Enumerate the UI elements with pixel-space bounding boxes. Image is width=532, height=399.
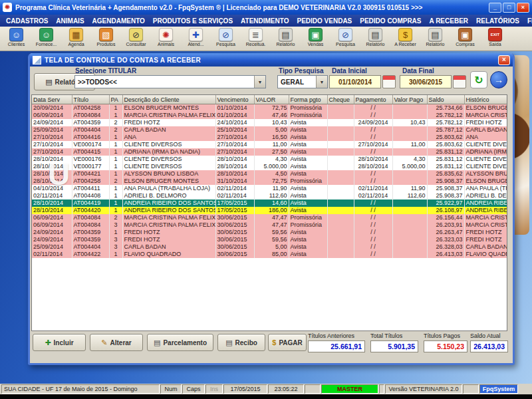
- toolbar-button-clientes[interactable]: ☺Clientes: [1, 27, 31, 49]
- grid-row[interactable]: 28/10/2014AT0044211ALYSSON BRUNO LISBOA2…: [32, 170, 507, 178]
- toolbar-button-consultar[interactable]: ⊘Consultar: [121, 27, 151, 49]
- titular-select[interactable]: >>TODOS<< ▼: [74, 75, 266, 88]
- grid-column-saldo[interactable]: Saldo: [427, 95, 464, 104]
- calendar-icon[interactable]: [453, 75, 466, 88]
- toolbar-button-a-receber[interactable]: $A Receber: [390, 27, 420, 49]
- grid-cell: AT004408: [72, 192, 109, 200]
- grid-cell: 186,00: [254, 207, 289, 214]
- status-cell-sua-cidade-uf-17-de-maio: SUA CIDADE - UF 17 de Maio de 2015 - Dom…: [1, 384, 160, 394]
- menu-item-agendamento[interactable]: AGENDAMENTO: [88, 17, 149, 25]
- chevron-down-icon[interactable]: ▼: [316, 76, 327, 88]
- grid-column-cheque[interactable]: Cheque: [327, 95, 354, 104]
- menu-item-produtos-e-servi-os[interactable]: PRODUTOS E SERVIÇOS: [149, 17, 237, 25]
- maximize-button[interactable]: □: [503, 3, 515, 13]
- toolbar-button-vendas[interactable]: ▣Vendas: [301, 27, 331, 49]
- grid-row[interactable]: 27/10/2014VE0001741CLIENTE DIVERSOS27/10…: [32, 141, 507, 148]
- grid-column-pagamento[interactable]: Pagamento: [354, 95, 392, 104]
- grid-row[interactable]: 27/10/2014AT0044151ADRIANA (IRMA DA NADI…: [32, 148, 507, 156]
- grid-row[interactable]: 24/09/2014AT0043592FREDI HOTZ24/10/20141…: [32, 119, 507, 126]
- grid-row[interactable]: 25/09/2014AT0044043CARLA BADAN30/06/2015…: [32, 243, 507, 251]
- grid-row[interactable]: 25/09/2014AT0044042CARLA BADAN25/10/2014…: [32, 126, 507, 134]
- grid-row[interactable]: 04/10/2014AT0044111ANA PAULA (TRABALHA L…: [32, 185, 507, 192]
- go-button[interactable]: →: [490, 71, 507, 88]
- toolbar-button-relat-rio[interactable]: ▤Relatório: [360, 27, 390, 49]
- grid-cell: CLIENTE DIVERSOS: [464, 156, 507, 163]
- toolbar-button-pesquisa[interactable]: ⊘Pesquisa: [331, 27, 360, 49]
- animals-paw-icon: ✺: [159, 28, 173, 41]
- grid-cell: CLIENTE DIVERSOS: [464, 141, 507, 148]
- pagar-button[interactable]: $PAGAR: [268, 334, 307, 351]
- toolbar-button-relat-rio[interactable]: ▤Relatório: [420, 27, 450, 49]
- grid-cell: 30/06/2015: [215, 243, 254, 251]
- grid-row[interactable]: 02/11/2014AT0044081ADRIELI B. DELMORO02/…: [32, 192, 507, 200]
- data-inicial-field[interactable]: 01/10/2014: [329, 75, 381, 88]
- grid-cell: 28/10/2014: [32, 170, 72, 178]
- grid-cell: 27,50: [254, 148, 289, 156]
- grid-column-vencimento[interactable]: Vencimento: [215, 95, 254, 104]
- dialog-titlebar[interactable]: TELA DE CONTROLE DO CONTAS A RECEBER ×: [30, 53, 513, 66]
- grid-column-descri-o-do-cliente[interactable]: Descrição do Cliente: [122, 95, 215, 104]
- toolbar-button-sa-da[interactable]: EXITSaída: [480, 27, 510, 49]
- grid-cell: 1: [109, 229, 122, 236]
- calendar-icon[interactable]: [382, 75, 396, 88]
- grid-cell: [392, 243, 427, 251]
- grid-cell: 25.835,62: [427, 170, 464, 178]
- alterar-button[interactable]: ✎Alterar: [90, 334, 143, 351]
- grid-row[interactable]: 24/09/2014AT0043591FREDI HOTZ30/06/20155…: [32, 229, 507, 236]
- grid-column-valor[interactable]: VALOR: [254, 95, 289, 104]
- data-final-field[interactable]: 30/06/2015: [400, 75, 452, 88]
- menu-item-atendimento[interactable]: ATENDIMENTO: [237, 17, 293, 25]
- grid-row[interactable]: 28/10/2014VE0001761CLIENTE DIVERSOS28/10…: [32, 156, 507, 163]
- parcelamento-button[interactable]: ▤Parcelamento: [147, 334, 213, 351]
- grid-cell: 02/11/2014: [215, 192, 254, 200]
- grid-row[interactable]: 06/09/2014AT0040842MARCIA CRISTINA PALMA…: [32, 214, 507, 221]
- window-titlebar[interactable]: ✺ Programa Clínica Veterinária + Agendam…: [0, 0, 532, 15]
- grid-column-t-tulo[interactable]: Título: [72, 95, 109, 104]
- grid-column-valor-pago[interactable]: Valor Pago: [392, 95, 427, 104]
- grid-cell: Avista: [289, 126, 327, 134]
- grid-row[interactable]: 24/09/2014AT0043593FREDI HOTZ30/06/20155…: [32, 236, 507, 243]
- menu-item-cadastros[interactable]: CADASTROS: [2, 17, 52, 25]
- grid-cell: CARLA BADAN: [464, 243, 507, 251]
- grid-row[interactable]: 06/09/2014AT0040841MARCIA CRISTINA PALMA…: [32, 112, 507, 119]
- toolbar-button-label: Saída: [489, 42, 501, 47]
- menu-item-relat-rios[interactable]: RELATÓRIOS: [472, 17, 523, 25]
- menu-item-ferramentas[interactable]: FERRAMENTAS: [523, 17, 532, 25]
- tipo-pesquisa-select[interactable]: GERAL ▼: [277, 75, 328, 88]
- grid-row[interactable]: 28/10/2014AT0044201ANDREIA RIBEIRO DOS S…: [32, 207, 507, 214]
- grid-row[interactable]: 02/11/2014AT0044221FLAVIO QUADRADO30/06/…: [32, 251, 507, 258]
- incluir-button[interactable]: ✚Incluir: [33, 334, 86, 351]
- toolbar-button-produtos[interactable]: ▧Produtos: [91, 27, 121, 49]
- grid-column-data-serv[interactable]: Data Serv: [32, 95, 72, 104]
- chevron-down-icon[interactable]: ▼: [254, 76, 265, 88]
- grid-column-pa[interactable]: PA: [109, 95, 122, 104]
- toolbar-button-animais[interactable]: ✺Animais: [151, 27, 181, 49]
- menu-item-pedido-compras[interactable]: PEDIDO COMPRAS: [356, 17, 425, 25]
- refresh-button[interactable]: ↻: [470, 71, 487, 88]
- grid-cell: 28/10/2014: [32, 200, 72, 207]
- grid-column-hist-rico[interactable]: Histórico: [464, 95, 507, 104]
- dialog-close-button[interactable]: ×: [498, 55, 510, 65]
- menu-item-pedido-vendas[interactable]: PEDIDO VENDAS: [293, 17, 356, 25]
- menu-item-a-receber[interactable]: A RECEBER: [426, 17, 473, 25]
- grid-cell: 10,43: [392, 119, 427, 126]
- grid-cell: 25.782,12: [427, 119, 464, 126]
- toolbar-button-fornece[interactable]: ☺Fornece...: [31, 27, 61, 49]
- toolbar-button-pesquisa[interactable]: ⊘Pesquisa: [211, 27, 241, 49]
- recibo-button[interactable]: ▤Recibo: [217, 334, 265, 351]
- menu-item-animais[interactable]: ANIMAIS: [52, 17, 88, 25]
- toolbar-button-atend[interactable]: ✚Atend...: [181, 27, 211, 49]
- grid-row[interactable]: 20/09/2014AT0042581ELSON BRUGER MONTES01…: [32, 104, 507, 112]
- grid-row[interactable]: 28/10/2014AT0042582ELSON BRUGER MONTES31…: [32, 178, 507, 185]
- toolbar-button-receitu[interactable]: ≣Receituá.: [241, 27, 271, 49]
- grid-row[interactable]: 28/10/2014VE0001771CLIENTE DIVERSOS28/10…: [32, 163, 507, 170]
- toolbar-button-compras[interactable]: ▣Compras: [450, 27, 480, 49]
- close-button[interactable]: ×: [517, 3, 529, 13]
- minimize-button[interactable]: _: [489, 3, 501, 13]
- grid-column-forma-pgto[interactable]: Forma pgto: [289, 95, 327, 104]
- toolbar-button-relat-rio[interactable]: ▤Relatório: [271, 27, 301, 49]
- grid-row[interactable]: 28/10/2014AT0044191ANDREIA RIBEIRO DOS S…: [32, 200, 507, 207]
- grid-row[interactable]: 06/09/2014AT0040843MARCIA CRISTINA PALMA…: [32, 221, 507, 229]
- toolbar-button-agenda[interactable]: ▦Agenda: [61, 27, 91, 49]
- grid-row[interactable]: 27/10/2014AT0044161ANA27/10/201416,50Avi…: [32, 134, 507, 141]
